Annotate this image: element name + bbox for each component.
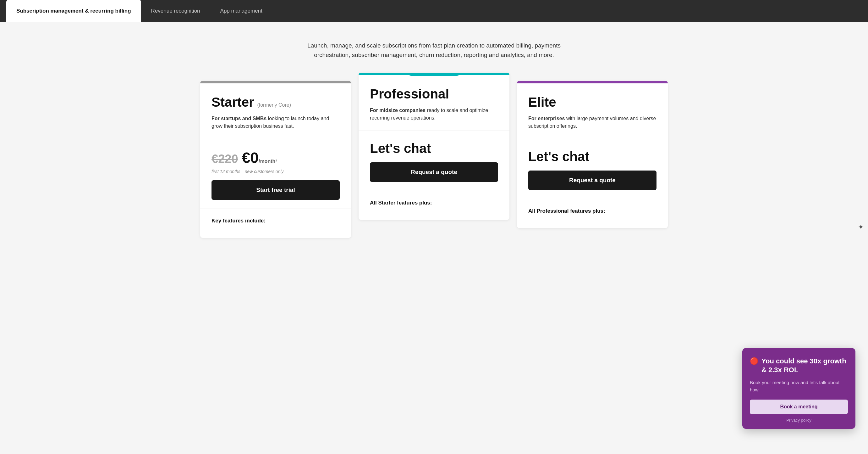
starter-formerly: (formerly Core): [257, 102, 291, 108]
most-popular-badge: MOST POPULAR: [407, 73, 461, 76]
elite-name-row: Elite: [528, 95, 656, 110]
elite-price-text: Let's chat: [528, 149, 656, 164]
elite-cta-button[interactable]: Request a quote: [528, 171, 656, 190]
professional-features: All Starter features plus:: [359, 191, 509, 220]
starter-cta-button[interactable]: Start free trial: [212, 180, 340, 200]
sparkle-icon[interactable]: ✦: [858, 223, 864, 231]
professional-card-wrapper: MOST POPULAR Professional For midsize co…: [355, 73, 513, 220]
starter-card: Starter (formerly Core) For startups and…: [200, 81, 351, 238]
starter-header: Starter (formerly Core) For startups and…: [200, 83, 351, 139]
tab-app-management[interactable]: App management: [210, 0, 273, 22]
tab-subscription-billing[interactable]: Subscription management & recurring bill…: [6, 0, 141, 22]
growth-popup: 🔴 You could see 30x growth & 2.3x ROI. B…: [742, 348, 856, 429]
elite-description: For enterprises with large payment volum…: [528, 115, 656, 130]
popup-title: 🔴 You could see 30x growth & 2.3x ROI.: [750, 357, 848, 375]
starter-description: For startups and SMBs looking to launch …: [212, 115, 340, 130]
elite-card: Elite For enterprises with large payment…: [517, 81, 668, 228]
starter-features-label: Key features include:: [212, 218, 340, 224]
popup-brand-icon: 🔴: [750, 357, 758, 366]
starter-features: Key features include:: [200, 209, 351, 238]
top-nav: Subscription management & recurring bill…: [0, 0, 868, 22]
professional-card: MOST POPULAR Professional For midsize co…: [359, 73, 509, 220]
elite-features: All Professional features plus:: [517, 199, 668, 228]
elite-features-label: All Professional features plus:: [528, 208, 656, 214]
starter-price-new: €0/month¹: [242, 149, 277, 166]
professional-description: For midsize companies ready to scale and…: [370, 107, 498, 122]
professional-features-label: All Starter features plus:: [370, 200, 498, 206]
page-description: Launch, manage, and scale subscriptions …: [292, 22, 576, 73]
professional-header: Professional For midsize companies ready…: [359, 75, 509, 131]
elite-header: Elite For enterprises with large payment…: [517, 83, 668, 139]
elite-plan-name: Elite: [528, 95, 556, 110]
tab-revenue-recognition[interactable]: Revenue recognition: [141, 0, 210, 22]
starter-price-row: €220 €0/month¹: [212, 149, 340, 166]
popup-body: Book your meeting now and let's talk abo…: [750, 379, 848, 393]
elite-pricing: Let's chat Request a quote: [517, 139, 668, 199]
professional-cta-button[interactable]: Request a quote: [370, 162, 498, 182]
professional-price-text: Let's chat: [370, 141, 498, 156]
starter-plan-name: Starter: [212, 95, 254, 110]
starter-price-period: /month¹: [259, 159, 277, 164]
pricing-section: Starter (formerly Core) For startups and…: [0, 73, 868, 257]
starter-price-old: €220: [212, 152, 238, 166]
professional-pricing: Let's chat Request a quote: [359, 131, 509, 191]
starter-price-note: first 12 months—new customers only: [212, 169, 340, 174]
elite-top-bar: [517, 81, 668, 83]
starter-pricing: €220 €0/month¹ first 12 months—new custo…: [200, 139, 351, 209]
professional-plan-name: Professional: [370, 87, 449, 102]
popup-book-meeting-button[interactable]: Book a meeting: [750, 400, 848, 414]
professional-top-bar: MOST POPULAR: [359, 73, 509, 75]
elite-card-wrapper: Elite For enterprises with large payment…: [513, 81, 672, 228]
popup-privacy-link[interactable]: Privacy policy: [750, 418, 848, 423]
starter-card-wrapper: Starter (formerly Core) For startups and…: [196, 81, 355, 238]
starter-top-bar: [200, 81, 351, 83]
starter-name-row: Starter (formerly Core): [212, 95, 340, 110]
professional-name-row: Professional: [370, 87, 498, 102]
